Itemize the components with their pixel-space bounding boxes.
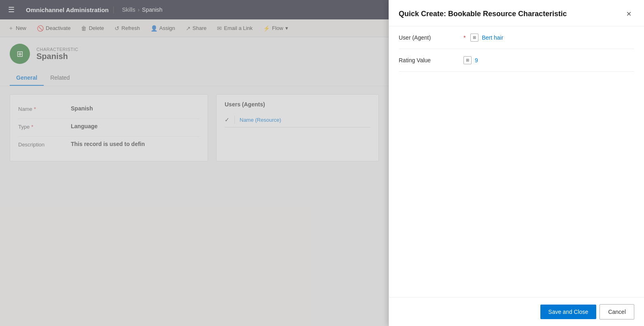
field-rating-value: Rating Value ⊞ 9 [399, 49, 634, 72]
field-type-value[interactable]: Language [71, 123, 98, 129]
breadcrumb-separator: › [138, 6, 140, 13]
hamburger-menu[interactable]: ☰ [5, 4, 18, 16]
share-button[interactable]: ↗ Share [181, 23, 212, 34]
share-icon: ↗ [186, 25, 191, 32]
tab-general[interactable]: General [10, 70, 44, 86]
column-name-resource[interactable]: Name (Resource) [240, 117, 281, 123]
field-type: Type* Language [18, 119, 200, 137]
field-name-value[interactable]: Spanish [71, 105, 93, 112]
email-link-label: Email a Link [224, 25, 253, 31]
users-section: Users (Agents) ✓ Name (Resource) [216, 94, 379, 161]
users-section-header: Users (Agents) [225, 101, 370, 108]
quick-create-panel: Quick Create: Bookable Resource Characte… [389, 0, 644, 326]
user-agent-required: * [463, 34, 465, 41]
delete-button[interactable]: 🗑 Delete [76, 23, 109, 34]
field-description-value[interactable]: This record is used to defin [71, 141, 145, 147]
assign-label: Assign [159, 25, 175, 31]
quick-create-footer: Save and Close Cancel [389, 297, 644, 326]
check-icon: ✓ [225, 116, 230, 123]
cancel-button[interactable]: Cancel [599, 304, 634, 320]
assign-icon: 👤 [151, 25, 157, 32]
users-table-header: ✓ Name (Resource) [225, 112, 370, 127]
form-section-main: Name* Spanish Type* Language Description… [10, 94, 208, 161]
app-name: Omnichannel Administration [21, 6, 114, 13]
assign-button[interactable]: 👤 Assign [146, 23, 180, 34]
rating-value-wrapper: ⊞ 9 [463, 56, 634, 64]
rating-icon: ⊞ [463, 56, 472, 64]
flow-button[interactable]: ⚡ Flow ▾ [258, 23, 293, 34]
user-agent-icon: ⊞ [470, 34, 478, 42]
refresh-label: Refresh [121, 25, 140, 31]
field-description-label: Description [18, 141, 71, 148]
record-icon: ⊞ [10, 44, 30, 64]
user-agent-value[interactable]: Bert hair [482, 34, 503, 41]
user-agent-label: User (Agent) [399, 34, 463, 41]
record-name: Spanish [36, 52, 79, 61]
share-label: Share [193, 25, 207, 31]
field-type-label: Type* [18, 123, 71, 130]
delete-icon: 🗑 [81, 25, 87, 32]
main-content: ⊞ CHARACTERISTIC Spanish General Related… [0, 37, 389, 326]
field-name: Name* Spanish [18, 101, 200, 119]
rating-value-label: Rating Value [399, 57, 463, 64]
field-name-label: Name* [18, 105, 71, 112]
column-divider [234, 116, 235, 124]
new-label: New [16, 25, 26, 31]
breadcrumb-current: Spanish [142, 6, 163, 13]
flow-dropdown-icon: ▾ [285, 25, 288, 31]
deactivate-button[interactable]: 🚫 Deactivate [32, 23, 75, 34]
quick-create-header: Quick Create: Bookable Resource Characte… [389, 0, 644, 26]
name-required: * [34, 106, 36, 112]
deactivate-icon: 🚫 [37, 25, 44, 32]
form-area: Name* Spanish Type* Language Description… [0, 86, 389, 169]
rating-value[interactable]: 9 [475, 57, 478, 64]
email-link-button[interactable]: ✉ Email a Link [212, 23, 257, 34]
email-icon: ✉ [217, 25, 222, 32]
quick-create-title: Quick Create: Bookable Resource Characte… [399, 10, 567, 18]
refresh-button[interactable]: ↺ Refresh [110, 23, 145, 34]
close-button[interactable]: ✕ [623, 8, 634, 19]
record-info: CHARACTERISTIC Spanish [36, 47, 79, 61]
new-button[interactable]: ＋ New [3, 22, 31, 34]
tab-related[interactable]: Related [44, 70, 76, 86]
breadcrumb-parent[interactable]: Skills [122, 6, 135, 13]
user-agent-value-wrapper: ⊞ Bert hair [470, 34, 634, 42]
new-icon: ＋ [8, 25, 14, 32]
field-description: Description This record is used to defin [18, 137, 200, 155]
record-type: CHARACTERISTIC [36, 47, 79, 52]
deactivate-label: Deactivate [46, 25, 70, 31]
record-icon-symbol: ⊞ [17, 49, 23, 59]
flow-label: Flow [272, 25, 283, 31]
record-header: ⊞ CHARACTERISTIC Spanish [0, 37, 389, 70]
tabs-bar: General Related [0, 70, 389, 86]
breadcrumb: Skills › Spanish [117, 6, 167, 13]
flow-icon: ⚡ [263, 25, 270, 32]
refresh-icon: ↺ [115, 25, 119, 32]
quick-create-body: User (Agent) * ⊞ Bert hair Rating Value … [389, 26, 644, 297]
save-and-close-button[interactable]: Save and Close [540, 305, 597, 319]
delete-label: Delete [89, 25, 104, 31]
field-user-agent: User (Agent) * ⊞ Bert hair [399, 26, 634, 49]
type-required: * [31, 124, 33, 130]
